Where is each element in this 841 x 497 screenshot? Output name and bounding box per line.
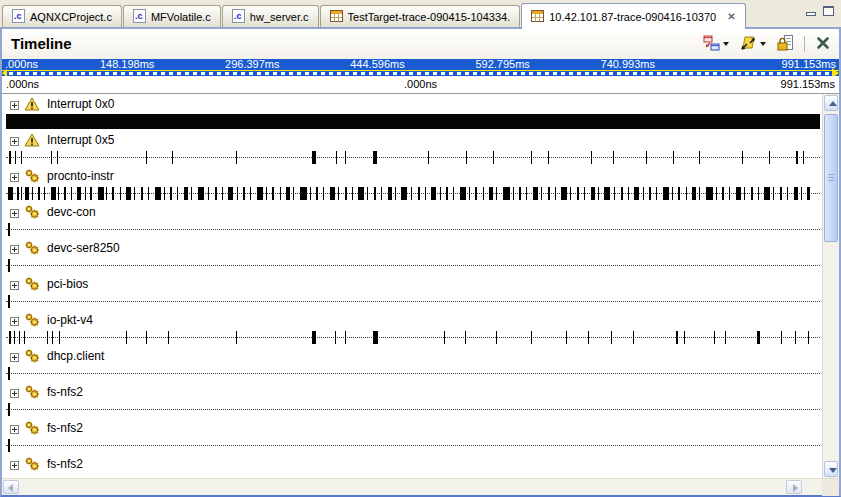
event-tick [460, 187, 466, 200]
event-tick [561, 187, 567, 200]
event-track[interactable] [2, 150, 822, 166]
event-tick [446, 187, 448, 200]
event-tick [628, 187, 629, 200]
event-track[interactable] [2, 294, 822, 310]
event-tick [280, 187, 281, 200]
event-tick [21, 151, 22, 164]
event-tick [57, 151, 58, 164]
vertical-scroll-thumb[interactable] [824, 114, 838, 242]
tab-mfvolatile[interactable]: .c MFVolatile.c [123, 5, 221, 27]
event-track[interactable] [2, 186, 822, 202]
selection-band-dashes [9, 72, 830, 75]
expand-plus-icon[interactable] [10, 172, 19, 181]
expand-plus-icon[interactable] [10, 316, 19, 325]
event-track[interactable] [2, 438, 822, 454]
expand-plus-icon[interactable] [10, 424, 19, 433]
tab-testtarget-trace[interactable]: TestTarget-trace-090415-104334. [320, 5, 521, 27]
tab-close-icon[interactable]: ✕ [727, 11, 735, 22]
expand-plus-icon[interactable] [10, 136, 19, 145]
event-tick [237, 187, 238, 200]
event-tick [367, 187, 368, 200]
close-view-button[interactable] [813, 33, 833, 55]
event-tick [388, 187, 392, 200]
event-tick [548, 187, 550, 200]
expand-plus-icon[interactable] [10, 208, 19, 217]
tick-area [6, 330, 818, 346]
expand-plus-icon[interactable] [10, 388, 19, 397]
tab-aqnxcproject[interactable]: .c AQNXCProject.c [2, 5, 122, 27]
expand-plus-icon[interactable] [10, 244, 19, 253]
group-panes-button[interactable] [700, 32, 732, 56]
expand-plus-icon[interactable] [10, 460, 19, 469]
horizontal-scrollbar[interactable] [2, 478, 839, 495]
event-tick [649, 187, 651, 200]
event-track[interactable] [2, 366, 822, 382]
selection-range-ruler[interactable]: .000ns .000ns 991.153ms [2, 76, 839, 94]
event-tick [803, 151, 804, 164]
scroll-left-button[interactable] [3, 480, 19, 494]
event-tick [243, 187, 245, 200]
expand-plus-icon[interactable] [10, 280, 19, 289]
event-tick [164, 187, 165, 200]
tick-area [6, 402, 818, 418]
scroll-right-button[interactable] [786, 480, 802, 494]
event-tick [656, 187, 657, 200]
event-tick [764, 187, 770, 200]
close-view-icon [816, 36, 830, 52]
tick-area [6, 294, 818, 310]
row-name: Interrupt 0x0 [45, 97, 114, 111]
event-tick [120, 187, 121, 200]
event-tick [725, 331, 726, 344]
tab-trace-10-42-101-87[interactable]: 10.42.101.87-trace-090416-10370 ✕ [521, 3, 745, 29]
row-label[interactable]: pci-bios [2, 274, 822, 294]
row-label[interactable]: fs-nfs2 [2, 454, 822, 474]
event-tick [312, 151, 316, 164]
event-track[interactable] [2, 402, 822, 418]
timeline-view-frame: Timeline [0, 27, 841, 497]
vertical-scrollbar[interactable] [822, 94, 839, 478]
time-ruler[interactable]: .000ns 148.198ms 296.397ms 444.596ms 592… [2, 59, 839, 76]
event-tick [373, 331, 378, 344]
row-label[interactable]: devc-ser8250 [2, 238, 822, 258]
event-track[interactable] [2, 114, 822, 130]
range-end-label: 991.153ms [781, 78, 835, 90]
maximize-button[interactable] [823, 6, 834, 16]
event-tick [489, 187, 493, 200]
row-label[interactable]: fs-nfs2 [2, 382, 822, 402]
scroll-down-button[interactable] [824, 461, 838, 477]
event-tick [345, 151, 346, 164]
navigate-trace-button[interactable] [737, 32, 769, 56]
event-track[interactable] [2, 258, 822, 274]
event-tick [77, 187, 81, 200]
row-label[interactable]: devc-con [2, 202, 822, 222]
ruler-tick-label: 444.596ms [350, 58, 404, 70]
editor-tab-bar: .c AQNXCProject.c .c MFVolatile.c .c hw_… [0, 0, 841, 29]
scroll-up-button[interactable] [824, 95, 838, 111]
expand-plus-icon[interactable] [10, 100, 19, 109]
tab-hw-server[interactable]: .c hw_server.c [222, 5, 319, 27]
event-tick [134, 187, 135, 200]
dropdown-arrow-icon[interactable] [760, 42, 766, 46]
event-tick [336, 151, 337, 164]
trace-file-icon [330, 10, 343, 24]
event-tick [374, 187, 376, 200]
row-label[interactable]: fs-nfs2 [2, 418, 822, 438]
navigate-trace-icon [740, 35, 757, 53]
row-label[interactable]: Interrupt 0x0 [2, 94, 822, 114]
row-label[interactable]: io-pkt-v4 [2, 310, 822, 330]
row-name: io-pkt-v4 [45, 313, 93, 327]
event-track[interactable] [2, 330, 822, 346]
event-tick [58, 187, 59, 200]
row-label[interactable]: Interrupt 0x5 [2, 130, 822, 150]
lock-button[interactable] [774, 32, 796, 56]
event-tick [757, 331, 760, 344]
event-tick [431, 187, 436, 200]
expand-plus-icon[interactable] [10, 352, 19, 361]
minimize-button[interactable] [806, 12, 816, 16]
event-tick [381, 187, 382, 200]
event-track[interactable] [2, 222, 822, 238]
row-label[interactable]: procnto-instr [2, 166, 822, 186]
event-tick [293, 187, 294, 200]
dropdown-arrow-icon[interactable] [723, 42, 729, 46]
row-label[interactable]: dhcp.client [2, 346, 822, 366]
